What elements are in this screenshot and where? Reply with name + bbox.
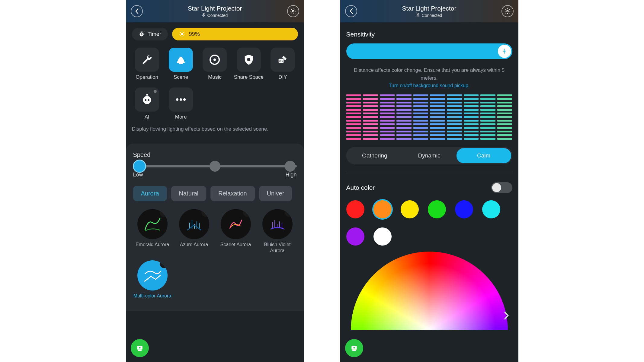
svg-point-15 [183,98,186,101]
brightness-value: 99% [189,31,200,37]
scene-bluish-violet-aurora[interactable]: ♪ Bluish Violet Aurora [258,209,297,254]
settings-button[interactable] [287,5,299,17]
clock-icon [139,31,145,37]
back-button[interactable] [131,5,143,17]
bluetooth-icon [202,13,206,18]
scene-scarlet-aurora[interactable]: ♪ Scarlet Aurora [216,209,255,254]
sun-icon [179,31,185,37]
connection-status: Connected [402,13,457,18]
color-wheel[interactable] [351,252,508,330]
mode-ai[interactable]: AI [132,87,162,120]
wrench-icon [141,54,153,66]
scene-grid: ♪ Emerald Aurora ♪ Azure Aurora ♪ Scarle… [133,209,297,299]
eq-column [363,94,378,140]
svg-point-19 [507,10,508,12]
category-row: Aurora Natural Relaxation Univer [133,186,297,201]
scene-panel: Speed Low High Aurora Natural Relaxation… [126,144,304,311]
music-mode-tabs: Gathering Dynamic Calm [346,147,512,164]
color-swatch[interactable] [482,200,500,218]
eq-column [447,94,462,140]
speed-slider[interactable] [133,165,297,167]
color-swatch[interactable] [428,200,446,218]
app-header: Star Light Projector Connected [126,0,304,22]
scene-description: Display flowing lighting effects based o… [132,126,298,132]
scene-emerald-aurora[interactable]: ♪ Emerald Aurora [133,209,172,254]
distance-hint: Distance affects color change. Ensure th… [346,66,512,82]
eq-column [464,94,479,140]
color-swatch[interactable] [373,227,392,246]
app-header: Star Light Projector Connected [340,0,518,22]
svg-point-14 [180,98,182,101]
eq-column [480,94,495,140]
next-button[interactable] [504,311,509,320]
more-icon [175,98,187,101]
scene-icon [175,54,187,66]
device-icon [135,344,144,353]
header-center: Star Light Projector Connected [402,5,457,18]
mode-operation[interactable]: Operation [132,48,162,80]
color-swatch[interactable] [346,227,364,246]
speed-high-label: High [285,172,296,178]
brightness-slider[interactable]: 99% [172,28,298,40]
scene-multicolor-aurora[interactable]: ♪ Multi-color Aurora [133,260,172,299]
bolt-icon [502,48,507,55]
svg-point-22 [353,347,355,348]
equalizer-visualization [346,94,512,140]
svg-text:DIY: DIY [279,59,283,62]
robot-icon [141,94,153,106]
speed-label: Speed [133,151,297,158]
svg-point-10 [145,99,146,101]
eq-column [346,94,361,140]
mode-scene[interactable]: Scene [166,48,196,80]
sensitivity-slider[interactable] [346,43,512,59]
svg-point-0 [292,10,294,12]
svg-rect-6 [247,58,250,61]
category-relaxation[interactable]: Relaxation [210,186,255,201]
color-swatch[interactable] [455,200,473,218]
tab-calm[interactable]: Calm [457,148,511,163]
category-natural[interactable]: Natural [171,186,206,201]
color-wheel-container [340,252,518,330]
back-button[interactable] [345,5,357,17]
sensitivity-label: Sensitivity [346,31,512,38]
diy-icon: DIY [277,54,289,66]
tab-gathering[interactable]: Gathering [348,148,402,163]
device-title: Star Light Projector [402,5,457,12]
color-swatch[interactable] [373,200,392,218]
mode-share-space[interactable]: Share Space [234,48,264,80]
header-center: Star Light Projector Connected [188,5,242,18]
scene-azure-aurora[interactable]: ♪ Azure Aurora [175,209,213,254]
svg-point-2 [181,33,183,35]
eq-column [413,94,428,140]
mode-more[interactable]: More [166,87,196,120]
tab-dynamic[interactable]: Dynamic [402,148,457,163]
screen-music: Star Light Projector Connected Sensitivi… [340,0,518,362]
sound-pickup-toggle-link[interactable]: Turn on/off background sound pickup. [346,83,512,88]
color-swatch[interactable] [346,200,364,218]
chevron-left-icon [134,8,139,14]
disc-icon [209,54,221,66]
svg-point-5 [213,59,216,61]
mode-grid: Operation Scene Music Share Space DIY DI… [132,48,298,120]
sensitivity-thumb[interactable] [498,45,511,58]
screen-scene: Star Light Projector Connected Timer [126,0,304,362]
chevron-left-icon [349,8,354,14]
timer-button[interactable]: Timer [132,28,168,40]
color-swatch[interactable] [401,200,419,218]
device-fab[interactable] [131,339,149,357]
mode-diy[interactable]: DIY DIY [268,48,298,80]
settings-button[interactable] [501,5,514,17]
shield-icon [243,54,255,66]
svg-point-18 [139,347,140,348]
svg-point-11 [148,99,149,101]
device-fab[interactable] [345,339,363,357]
svg-point-9 [143,96,151,104]
gear-icon [504,8,511,14]
auto-color-label: Auto color [346,184,375,191]
mode-music[interactable]: Music [200,48,230,80]
auto-color-toggle[interactable] [491,182,512,193]
svg-rect-3 [179,62,183,64]
svg-rect-17 [138,350,142,351]
category-aurora[interactable]: Aurora [133,186,167,201]
category-universe[interactable]: Univer [259,186,292,201]
